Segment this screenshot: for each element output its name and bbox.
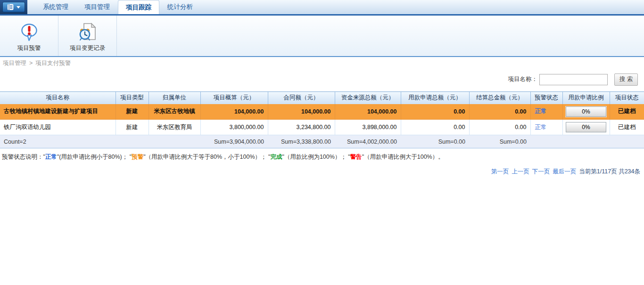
col-header-state: 项目状态 <box>610 92 644 104</box>
page-info: 当前第1/117页 共234条 <box>579 168 640 175</box>
legend-text: "（用款申请比例大于100%）。 <box>362 154 444 160</box>
cell-state: 已建档 <box>610 120 644 135</box>
change-record-icon <box>77 23 98 42</box>
tab-list: 系统管理项目管理项目跟踪统计分析 <box>27 0 201 14</box>
page-link-1[interactable]: 第一页 <box>491 168 509 175</box>
col-header-budget: 项目概算（元） <box>200 92 268 104</box>
cell-request: 0.00 <box>401 120 469 135</box>
col-header-type: 项目类型 <box>116 92 149 104</box>
summary-contract: Sum=3,338,800.00 <box>268 135 335 148</box>
page-link-3[interactable]: 下一页 <box>532 168 550 175</box>
status-badge: 正常 <box>535 108 547 114</box>
search-button[interactable]: 搜 索 <box>614 73 638 86</box>
col-header-unit: 归属单位 <box>149 92 200 104</box>
cell-status: 正常 <box>530 104 562 120</box>
legend-text: 预警状态说明：" <box>2 154 45 160</box>
tab-4[interactable]: 统计分析 <box>159 0 201 14</box>
tab-3[interactable]: 项目跟踪 <box>118 0 159 14</box>
legend-term: 警告 <box>350 154 362 160</box>
summary-settlement: Sum=0.00 <box>469 135 530 148</box>
cell-status: 正常 <box>530 120 562 135</box>
chevron-down-icon <box>17 6 20 8</box>
summary-name: Count=2 <box>0 135 116 148</box>
project-alert-button[interactable]: 项目预警 <box>0 16 58 56</box>
summary-ratio <box>562 135 610 148</box>
status-badge: 正常 <box>535 124 547 130</box>
search-bar: 项目名称： 搜 索 <box>0 69 644 91</box>
cell-unit: 米东区教育局 <box>149 120 200 135</box>
table-row-1[interactable]: 古牧地镇村镇地建设新建与扩建项目新建米东区古牧地镇104,000.00104,0… <box>0 104 644 120</box>
cell-budget: 104,000.00 <box>200 104 268 120</box>
legend-term: 完成 <box>270 154 282 160</box>
summary-funding: Sum=4,002,000.00 <box>335 135 401 148</box>
project-alert-label: 项目预警 <box>17 44 41 52</box>
col-header-ratio: 用款申请比例 <box>562 92 610 104</box>
col-header-status: 预警状态 <box>530 92 562 104</box>
summary-type <box>116 135 149 148</box>
legend-text: "（用款比例为100%）； " <box>282 154 350 160</box>
cell-contract: 3,234,800.00 <box>268 120 335 135</box>
breadcrumb-parent[interactable]: 项目管理 <box>3 59 26 67</box>
cell-state: 已建档 <box>610 104 644 120</box>
col-header-name: 项目名称 <box>0 92 116 104</box>
cell-ratio: 0% <box>562 120 610 135</box>
breadcrumb-current: 项目支付预警 <box>35 59 71 67</box>
legend-term: 预警 <box>132 154 143 160</box>
cell-type: 新建 <box>116 104 149 120</box>
summary-unit <box>149 135 200 148</box>
project-name-label: 项目名称： <box>508 75 538 83</box>
change-record-button[interactable]: 项目变更记录 <box>58 16 117 56</box>
col-header-settlement: 结算总金额（元） <box>469 92 530 104</box>
toolbar: 项目预警 项目变更记录 <box>0 16 644 57</box>
cell-name: 铁厂沟双语幼儿园 <box>0 120 116 135</box>
legend-text: "(用款申请比例小于80%)； " <box>57 154 132 160</box>
tab-2[interactable]: 项目管理 <box>76 0 118 14</box>
cell-settlement: 0.00 <box>469 104 530 120</box>
table-row-2[interactable]: 铁厂沟双语幼儿园新建米东区教育局3,800,000.003,234,800.00… <box>0 120 644 135</box>
cell-settlement: 0.00 <box>469 120 530 135</box>
notebook-icon <box>7 4 14 10</box>
alert-bubble-icon <box>19 23 39 42</box>
page-link-4[interactable]: 最后一页 <box>553 168 576 175</box>
col-header-contract: 合同额（元） <box>268 92 335 104</box>
summary-status <box>530 135 562 148</box>
tab-1[interactable]: 系统管理 <box>35 0 76 14</box>
summary-request: Sum=0.00 <box>401 135 469 148</box>
cell-contract: 104,000.00 <box>268 104 335 120</box>
pagination: 第一页上一页下一页最后一页当前第1/117页 共234条 <box>0 168 644 176</box>
cell-funding: 3,898,000.00 <box>335 120 401 135</box>
cell-budget: 3,800,000.00 <box>200 120 268 135</box>
warning-status-legend: 预警状态说明："正常"(用款申请比例小于80%)； "预警"（用款申请比例大于等… <box>0 148 644 161</box>
cell-unit: 米东区古牧地镇 <box>149 104 200 120</box>
ratio-progress-bar: 0% <box>566 122 606 132</box>
menu-area <box>0 0 27 14</box>
ratio-progress-bar: 0% <box>566 106 606 117</box>
top-tab-bar: 系统管理项目管理项目跟踪统计分析 <box>0 0 644 16</box>
cell-name: 古牧地镇村镇地建设新建与扩建项目 <box>0 104 116 120</box>
breadcrumb: 项目管理 > 项目支付预警 <box>0 57 644 69</box>
project-name-input[interactable] <box>539 74 608 85</box>
legend-term: 正常 <box>45 154 57 160</box>
breadcrumb-separator: > <box>29 60 33 66</box>
summary-state <box>610 135 644 148</box>
menu-button[interactable] <box>2 2 25 12</box>
change-record-label: 项目变更记录 <box>70 44 105 52</box>
col-header-funding: 资金来源总额（元） <box>335 92 401 104</box>
legend-text: "（用款申请比例大于等于80%，小于100%）； " <box>143 154 270 160</box>
cell-funding: 104,000.00 <box>335 104 401 120</box>
cell-request: 0.00 <box>401 104 469 120</box>
cell-type: 新建 <box>116 120 149 135</box>
cell-ratio: 0% <box>562 104 610 120</box>
col-header-request: 用款申请总额（元） <box>401 92 469 104</box>
page-link-2[interactable]: 上一页 <box>512 168 529 175</box>
table-header-row: 项目名称项目类型归属单位项目概算（元）合同额（元）资金来源总额（元）用款申请总额… <box>0 92 644 104</box>
project-warning-table: 项目名称项目类型归属单位项目概算（元）合同额（元）资金来源总额（元）用款申请总额… <box>0 91 644 148</box>
summary-budget: Sum=3,904,000.00 <box>200 135 268 148</box>
summary-row: Count=2Sum=3,904,000.00Sum=3,338,800.00S… <box>0 135 644 148</box>
